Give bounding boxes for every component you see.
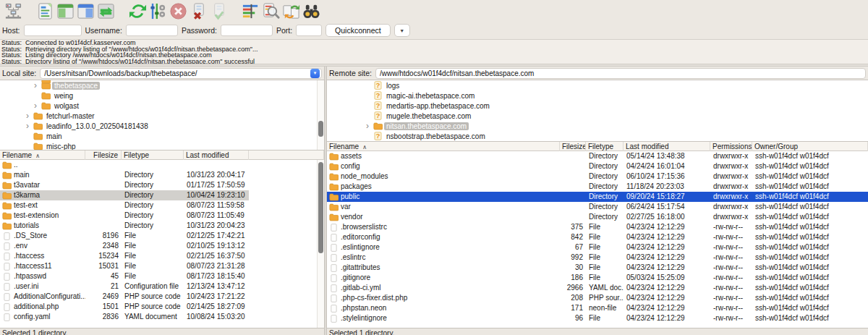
tree-item[interactable]: weing [0, 90, 324, 101]
host-label: Host: [2, 26, 20, 35]
folder-icon [2, 182, 12, 190]
expand-arrow-icon[interactable]: › [26, 112, 33, 119]
file-row[interactable]: packagesDirectory11/18/24 20:23:03drwxrw… [327, 182, 868, 192]
username-input[interactable] [126, 25, 178, 36]
column-header-permissions[interactable]: Permissions [710, 142, 752, 151]
queue-processing-icon[interactable] [148, 1, 168, 21]
disconnect-icon[interactable] [188, 1, 208, 21]
file-row[interactable]: .htaccess1115031File08/07/23 21:31:28 [0, 261, 249, 271]
file-row[interactable]: .gitattributes30File04/23/24 12:12:29-rw… [327, 263, 868, 273]
local-tree-toggle-icon[interactable] [55, 1, 75, 21]
remote-tree-toggle-icon[interactable] [75, 1, 95, 21]
quickconnect-dropdown-icon[interactable]: ▼ [394, 24, 410, 37]
file-row[interactable]: vendorDirectory02/27/25 16:18:00drwxrwxr… [327, 212, 868, 222]
last-modified-cell: 01/17/25 17:50:59 [184, 180, 249, 190]
file-row[interactable]: varDirectory06/24/24 15:17:54drwxrwxr-xs… [327, 202, 868, 212]
column-header-filetype[interactable]: Filetype [122, 150, 184, 160]
directory-comparison-icon[interactable] [260, 1, 281, 21]
scrollbar-thumb[interactable] [318, 121, 323, 137]
file-row[interactable]: config.yaml2836YAML document10/08/24 15:… [0, 312, 249, 322]
file-row[interactable]: .browserslistrc375File04/23/24 12:12:29-… [327, 222, 868, 232]
file-row[interactable]: additional.php1501PHP source code02/14/2… [0, 302, 249, 312]
last-modified-cell: 10/24/23 17:21:22 [184, 292, 249, 302]
local-tree-scrollbar[interactable] [317, 80, 324, 150]
file-row[interactable]: test-extDirectory08/07/23 11:59:58 [0, 200, 249, 211]
filename-text: node_modules [341, 171, 388, 182]
column-header-filesize[interactable]: Filesize [560, 142, 586, 151]
remote-site-label: Remote site: [329, 69, 372, 77]
scrollbar-thumb[interactable] [318, 162, 323, 253]
file-row[interactable]: .php-cs-fixer.dist.php208PHP sour...04/2… [327, 293, 868, 303]
file-row[interactable]: tutorialsDirectory10/31/23 20:04:23 [0, 221, 249, 231]
file-row[interactable]: configDirectory04/24/24 16:01:04drwxrwxr… [327, 161, 868, 171]
file-row[interactable]: .gitignore186File05/03/24 15:25:09-rw-rw… [327, 273, 868, 283]
host-input[interactable] [24, 25, 82, 36]
filename-text: packages [341, 182, 372, 192]
directory-listing-filters-icon[interactable] [240, 1, 260, 21]
tree-item[interactable]: ?mugele.thebetaspace.com [327, 111, 868, 121]
tree-item[interactable]: main [0, 131, 324, 141]
file-row[interactable]: t3avatarDirectory01/17/25 17:50:59 [0, 180, 249, 190]
file-row[interactable]: .eslintrc992File04/23/24 12:12:29-rw-rw-… [327, 253, 868, 263]
expand-arrow-icon[interactable]: › [34, 102, 41, 109]
file-row[interactable]: .user.ini21Configuration file12/13/24 13… [0, 281, 249, 292]
file-row[interactable]: .stylelintignore96File04/23/24 12:12:29-… [327, 313, 868, 323]
file-row[interactable]: AdditionalConfigurati...2469PHP source c… [0, 292, 249, 302]
logview-toggle-icon[interactable] [35, 1, 55, 21]
filename-text: public [341, 192, 359, 202]
expand-arrow-icon[interactable]: › [26, 122, 33, 130]
tree-item[interactable]: ›wolgast [0, 101, 324, 111]
permissions-cell: -rw-rw-r-- [710, 263, 752, 273]
password-input[interactable] [221, 25, 273, 36]
column-header-owner-group[interactable]: Owner/Group [752, 142, 868, 151]
tree-item[interactable]: ?medartis-app.thebetaspace.com [327, 101, 868, 111]
file-row[interactable]: .editorconfig842File04/23/24 12:12:29-rw… [327, 232, 868, 242]
filename-cell: public [327, 192, 560, 202]
tree-item[interactable]: ›nitsan.thebetaspace.com [327, 121, 868, 131]
file-row[interactable]: .env2348File02/10/25 19:13:12 [0, 241, 249, 251]
file-row[interactable]: test-extensionDirectory08/07/23 11:05:49 [0, 211, 249, 221]
quickconnect-button[interactable]: Quickconnect [326, 24, 391, 37]
file-row[interactable]: .gitlab-ci.yml2966YAML doc...04/23/24 12… [327, 283, 868, 293]
column-header-last-modified[interactable]: Last modified [184, 150, 249, 160]
permissions-cell: drwxrwxr-x [710, 151, 752, 161]
remote-site-combobox[interactable]: /www/htdocs/w01f4dcf/nitsan.thebetaspace… [375, 68, 866, 79]
local-site-dropdown-icon[interactable]: ▼ [310, 69, 320, 78]
file-row[interactable]: assetsDirectory05/14/24 13:48:38drwxrwxr… [327, 151, 868, 161]
expand-arrow-icon[interactable]: › [366, 122, 373, 130]
file-row[interactable]: t3karmaDirectory10/04/24 19:23:10 [0, 190, 249, 200]
file-row[interactable]: .eslintignore67File04/23/24 12:12:29-rw-… [327, 242, 868, 253]
port-input[interactable] [296, 25, 322, 36]
tree-item[interactable]: misc-php [0, 141, 324, 150]
local-site-combobox[interactable]: /Users/nitsan/Downloads/backup/thebetasp… [40, 68, 322, 79]
file-row[interactable]: .htaccess15234File02/21/25 16:37:50 [0, 251, 249, 261]
site-manager-icon[interactable] [3, 1, 23, 21]
tree-item[interactable]: ›leadinfo_13.0.0_202504181438 [0, 121, 324, 131]
column-header-filename[interactable]: Filename∧ [0, 150, 85, 160]
file-row[interactable]: mainDirectory10/31/23 20:04:17 [0, 170, 249, 180]
refresh-icon[interactable] [127, 1, 148, 21]
column-header-filename[interactable]: Filename∧ [327, 142, 560, 151]
file-row[interactable]: .DS_Store8196File02/12/25 17:42:21 [0, 231, 249, 241]
column-header-filesize[interactable]: Filesize [85, 150, 122, 160]
local-list-scrollbar[interactable] [317, 160, 324, 328]
tree-item[interactable]: ?nsbootstrap.thebetaspace.com [327, 131, 868, 141]
tree-item[interactable]: ?magic-ai.thebetaspace.com [327, 90, 868, 101]
synchronized-browsing-icon[interactable] [281, 1, 301, 21]
reconnect-icon[interactable] [208, 1, 229, 21]
transfer-queue-toggle-icon[interactable] [95, 1, 116, 21]
filetype-cell: YAML document [122, 312, 184, 322]
column-header-filetype[interactable]: Filetype [586, 142, 624, 151]
column-header-last-modified[interactable]: Last modified [624, 142, 710, 151]
file-row[interactable]: .phpstan.neon171neon-file04/23/24 12:12:… [327, 303, 868, 313]
tree-item[interactable]: ?logs [327, 80, 868, 90]
permissions-cell: drwxrwxr-x [710, 161, 752, 171]
file-row[interactable]: publicDirectory09/20/24 15:18:27drwxrwxr… [327, 192, 868, 202]
tree-item[interactable]: ›fetchurl-master [0, 111, 324, 121]
cancel-transfer-icon[interactable] [168, 1, 188, 21]
file-row[interactable]: .. [0, 160, 249, 170]
find-files-icon[interactable] [301, 1, 321, 21]
file-row[interactable]: node_modulesDirectory06/10/24 17:15:36dr… [327, 171, 868, 182]
svg-text:?: ? [376, 81, 380, 89]
file-row[interactable]: .htpasswd45File08/17/23 18:15:40 [0, 271, 249, 281]
